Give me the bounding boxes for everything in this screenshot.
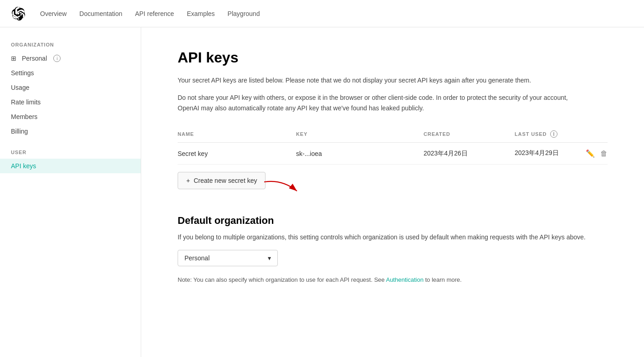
sidebar-item-rate-limits[interactable]: Rate limits <box>0 95 141 109</box>
nav-links: Overview Documentation API reference Exa… <box>40 10 260 17</box>
description-2: Do not share your API key with others, o… <box>178 93 588 113</box>
sidebar-item-members[interactable]: Members <box>0 109 141 124</box>
default-org-title: Default organization <box>178 215 608 227</box>
org-section: ORGANIZATION ⊞ Personal i Settings Usage… <box>0 42 141 139</box>
sidebar-item-usage[interactable]: Usage <box>0 80 141 95</box>
create-btn-label: Create new secret key <box>194 177 257 184</box>
key-created: 2023年4月26日 <box>424 143 515 165</box>
nav-link-api-reference[interactable]: API reference <box>135 10 174 17</box>
action-icons: ✏️ 🗑 <box>586 149 608 158</box>
nav-link-examples[interactable]: Examples <box>187 10 215 17</box>
plus-icon: + <box>186 177 190 184</box>
create-secret-key-button[interactable]: + Create new secret key <box>178 172 266 189</box>
col-header-key: KEY <box>296 126 424 143</box>
sidebar-item-settings[interactable]: Settings <box>0 66 141 80</box>
top-nav: Overview Documentation API reference Exa… <box>0 0 644 27</box>
nav-link-documentation[interactable]: Documentation <box>79 10 122 17</box>
description-1: Your secret API keys are listed below. P… <box>178 75 588 85</box>
key-last-used: 2023年4月29日 ✏️ 🗑 <box>515 143 608 165</box>
key-name: Secret key <box>178 143 296 165</box>
org-section-label: ORGANIZATION <box>0 42 141 47</box>
delete-icon[interactable]: 🗑 <box>600 150 608 158</box>
user-section-label: USER <box>0 150 141 155</box>
arrow-annotation <box>264 178 301 197</box>
personal-info-icon[interactable]: i <box>53 55 61 62</box>
logo[interactable] <box>11 6 26 21</box>
create-btn-row: + Create new secret key <box>178 172 266 189</box>
last-used-info-icon[interactable]: i <box>550 130 557 138</box>
col-header-name: NAME <box>178 126 296 143</box>
note-text: Note: You can also specify which organiz… <box>178 275 551 285</box>
authentication-link[interactable]: Authentication <box>386 276 423 283</box>
last-used-value: 2023年4月29日 <box>515 149 559 156</box>
col-header-created: CREATED <box>424 126 515 143</box>
main-content: API keys Your secret API keys are listed… <box>141 27 644 357</box>
default-org-desc: If you belong to multiple organizations,… <box>178 232 588 242</box>
edit-icon[interactable]: ✏️ <box>586 149 595 158</box>
org-dropdown-value: Personal <box>184 254 210 262</box>
note-suffix: to learn more. <box>424 276 462 283</box>
chevron-down-icon: ▾ <box>268 254 271 262</box>
note-prefix: Note: You can also specify which organiz… <box>178 276 386 283</box>
last-used-label: LAST USED <box>515 131 547 137</box>
sidebar-item-api-keys[interactable]: API keys <box>0 159 141 173</box>
col-header-lastused: LAST USED i <box>515 126 608 143</box>
org-icon: ⊞ <box>11 55 16 62</box>
page-title: API keys <box>178 49 608 66</box>
table-row: Secret key sk-...ioea 2023年4月26日 2023年4月… <box>178 143 608 165</box>
sidebar-item-billing[interactable]: Billing <box>0 124 141 139</box>
user-section: USER API keys <box>0 150 141 173</box>
org-dropdown[interactable]: Personal ▾ <box>178 250 278 266</box>
app-layout: ORGANIZATION ⊞ Personal i Settings Usage… <box>0 27 644 357</box>
sidebar: ORGANIZATION ⊞ Personal i Settings Usage… <box>0 27 141 357</box>
nav-link-playground[interactable]: Playground <box>228 10 260 17</box>
sidebar-item-personal[interactable]: ⊞ Personal i <box>0 51 141 66</box>
api-keys-table: NAME KEY CREATED LAST USED i Secret key … <box>178 126 608 165</box>
org-item-label: Personal <box>22 55 47 62</box>
key-value: sk-...ioea <box>296 143 424 165</box>
nav-link-overview[interactable]: Overview <box>40 10 66 17</box>
